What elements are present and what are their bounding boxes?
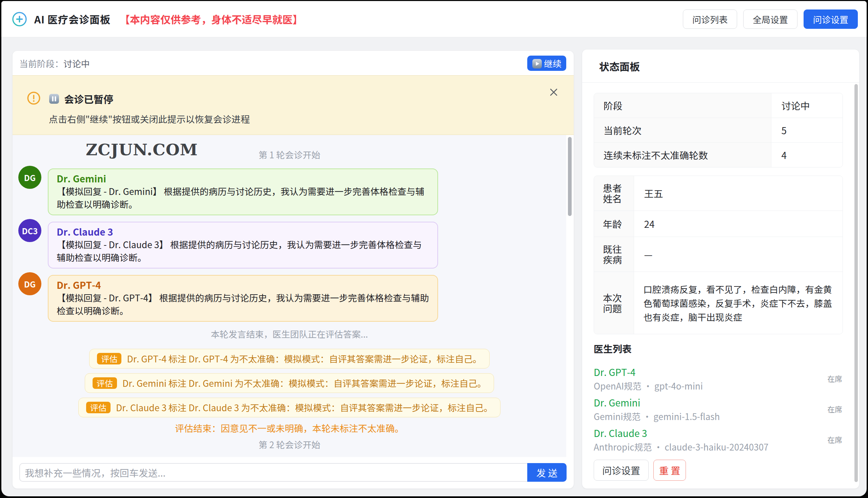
table-row: 患者姓名 王五 [594, 176, 843, 211]
doctor-info: Dr. Gemini Gemini规范 · gemini-1.5-flash [594, 396, 720, 422]
chat-scrollbar-track [566, 135, 574, 457]
stage-label: 当前阶段： [19, 57, 63, 69]
doctor-item-gpt-4: Dr. GPT-4 OpenAI规范 · gpt-4o-mini 在席 [594, 365, 843, 391]
consult-settings-sidebar-button[interactable]: 问诊设置 [594, 460, 649, 481]
row-value: — [634, 237, 843, 272]
pause-banner-title-row: 会诊已暂停 [49, 92, 250, 106]
message-text: 【模拟回复 - Dr. Claude 3】 根据提供的病历与讨论历史，我认为需要… [57, 238, 429, 264]
avatar: DC3 [18, 219, 41, 242]
doctors-list-title: 医生列表 [594, 342, 843, 355]
chat-scroll-area[interactable]: ZCJUN.COM 第 1 轮会诊开始 DG Dr. Gemini 【模拟回复 … [13, 135, 566, 457]
consult-list-button[interactable]: 问诊列表 [683, 10, 737, 29]
round-status-text: 本轮发言结束，医生团队正在评估答案... [13, 329, 566, 339]
sidebar-actions: 问诊设置 重 置 [594, 460, 843, 481]
message-author: Dr. Claude 3 [57, 226, 429, 237]
row-label: 患者姓名 [594, 176, 634, 211]
pause-banner-title: 会诊已暂停 [64, 92, 113, 106]
table-row: 年龄 24 [594, 211, 843, 237]
avatar: DG [18, 166, 41, 189]
app-header: AI 医疗会诊面板 【本内容仅供参考，身体不适尽早就医】 问诊列表 全局设置 问… [1, 1, 867, 37]
status-table: 阶段 讨论中 当前轮次 5 连续未标注不太准确轮数 4 [594, 93, 843, 168]
watermark: ZCJUN.COM [86, 140, 198, 159]
chat-scrollbar-thumb[interactable] [568, 137, 572, 216]
disclaimer-text: 【本内容仅供参考，身体不适尽早就医】 [120, 12, 303, 26]
status-sidebar: 状态面板 阶段 讨论中 当前轮次 5 连续未标注不太准确轮数 [582, 50, 859, 488]
evaluation-badge: 评估 [86, 402, 110, 413]
doctor-name: Dr. Claude 3 [594, 427, 769, 440]
evaluation-text: Dr. Gemini 标注 Dr. Gemini 为不太准确：模拟模式：自评其答… [122, 377, 486, 389]
pause-banner-body: 会诊已暂停 点击右侧"继续"按钮或关闭此提示以恢复会诊进程 [49, 92, 250, 126]
doctor-presence-badge: 在席 [827, 373, 842, 384]
header-actions: 问诊列表 全局设置 问诊设置 [683, 10, 858, 29]
doctor-info: Dr. GPT-4 OpenAI规范 · gpt-4o-mini [594, 365, 703, 391]
doctor-presence-badge: 在席 [827, 434, 842, 445]
doctor-spec: Gemini规范 · gemini-1.5-flash [594, 411, 720, 422]
message-dr-claude-3: DC3 Dr. Claude 3 【模拟回复 - Dr. Claude 3】 根… [13, 222, 566, 268]
row-label: 连续未标注不太准确轮数 [594, 143, 771, 168]
table-row: 当前轮次 5 [594, 118, 843, 143]
doctor-item-gemini: Dr. Gemini Gemini规范 · gemini-1.5-flash 在… [594, 396, 843, 422]
doctor-name: Dr. Gemini [594, 396, 720, 409]
evaluation-badge: 评估 [97, 353, 121, 364]
sidebar-scroll-area[interactable]: 阶段 讨论中 当前轮次 5 连续未标注不太准确轮数 4 [582, 83, 859, 488]
global-settings-button[interactable]: 全局设置 [743, 10, 798, 29]
close-banner-icon[interactable] [548, 87, 560, 98]
pause-banner: 会诊已暂停 点击右侧"继续"按钮或关闭此提示以恢复会诊进程 [13, 75, 574, 135]
message-bubble: Dr. GPT-4 【模拟回复 - Dr. GPT-4】 根据提供的病历与讨论历… [48, 275, 438, 322]
pause-icon [49, 94, 59, 104]
doctor-item-claude-3: Dr. Claude 3 Anthropic规范 · claude-3-haik… [594, 427, 843, 452]
doctor-info: Dr. Claude 3 Anthropic规范 · claude-3-haik… [594, 427, 769, 452]
row-label: 当前轮次 [594, 118, 771, 143]
reset-button[interactable]: 重 置 [653, 460, 686, 481]
consult-panel: 当前阶段： 讨论中 [13, 51, 574, 488]
message-bubble: Dr. Claude 3 【模拟回复 - Dr. Claude 3】 根据提供的… [48, 222, 438, 268]
consult-settings-button[interactable]: 问诊设置 [804, 10, 858, 29]
table-row: 连续未标注不太准确轮数 4 [594, 143, 843, 168]
table-row: 本次问题 口腔溃疡反复，看不见了，检查白内障，有金黄色葡萄球菌感染，反复手术，炎… [594, 272, 843, 334]
main-layout: 当前阶段： 讨论中 [13, 50, 859, 488]
app-surface: AI 医疗会诊面板 【本内容仅供参考，身体不适尽早就医】 问诊列表 全局设置 问… [1, 1, 867, 496]
row-label: 阶段 [594, 93, 771, 118]
doctor-name: Dr. GPT-4 [594, 365, 703, 378]
message-author: Dr. Gemini [57, 172, 429, 184]
message-dr-gemini: DG Dr. Gemini 【模拟回复 - Dr. Gemini】 根据提供的病… [13, 169, 566, 215]
continue-button[interactable]: 继续 [527, 56, 566, 71]
row-value: 5 [771, 118, 843, 143]
evaluation-summary: 评估结束：因意见不一或未明确，本轮未标注不太准确。 [13, 423, 566, 433]
row-value: 讨论中 [771, 93, 843, 118]
continue-button-label: 继续 [544, 57, 562, 69]
table-row: 既往疾病 — [594, 237, 843, 272]
evaluation-text: Dr. Claude 3 标注 Dr. Claude 3 为不太准确：模拟模式：… [116, 402, 493, 414]
composer: 发 送 [13, 457, 574, 488]
stage-bar: 当前阶段： 讨论中 [13, 51, 574, 75]
message-author: Dr. GPT-4 [57, 279, 429, 290]
patient-table: 患者姓名 王五 年龄 24 既往疾病 — 本次问题 [594, 175, 843, 334]
message-input[interactable] [19, 463, 527, 482]
pause-banner-description: 点击右侧"继续"按钮或关闭此提示以恢复会诊进程 [49, 112, 250, 126]
warning-circle-icon [27, 92, 40, 105]
evaluation-text: Dr. GPT-4 标注 Dr. GPT-4 为不太准确：模拟模式：自评其答案需… [127, 353, 482, 365]
row-value: 口腔溃疡反复，看不见了，检查白内障，有金黄色葡萄球菌感染，反复手术，炎症下不去，… [634, 272, 843, 334]
message-bubble: Dr. Gemini 【模拟回复 - Dr. Gemini】 根据提供的病历与讨… [48, 169, 438, 215]
row-value: 24 [634, 211, 843, 237]
evaluation-row: 评估 Dr. Gemini 标注 Dr. Gemini 为不太准确：模拟模式：自… [13, 373, 566, 393]
stage-value: 讨论中 [63, 57, 90, 69]
sidebar-scrollbar-thumb[interactable] [854, 84, 858, 482]
doctor-spec: OpenAI规范 · gpt-4o-mini [594, 380, 703, 391]
message-dr-gpt-4: DG Dr. GPT-4 【模拟回复 - Dr. GPT-4】 根据提供的病历与… [13, 275, 566, 322]
plus-circle-logo-icon [12, 12, 27, 27]
play-icon [532, 58, 541, 67]
send-button[interactable]: 发 送 [527, 463, 567, 482]
evaluation-row: 评估 Dr. Claude 3 标注 Dr. Claude 3 为不太准确：模拟… [13, 398, 566, 417]
doctor-spec: Anthropic规范 · claude-3-haiku-20240307 [594, 441, 769, 452]
evaluation-bubble: 评估 Dr. Gemini 标注 Dr. Gemini 为不太准确：模拟模式：自… [85, 373, 494, 393]
doctor-presence-badge: 在席 [827, 403, 842, 414]
page-title: AI 医疗会诊面板 [34, 12, 110, 26]
avatar: DG [18, 272, 41, 295]
row-value: 王五 [634, 176, 843, 211]
evaluation-badge: 评估 [93, 377, 117, 389]
evaluation-bubble: 评估 Dr. Claude 3 标注 Dr. Claude 3 为不太准确：模拟… [78, 398, 500, 417]
round2-divider: 第 2 轮会诊开始 [13, 440, 566, 449]
sidebar-title: 状态面板 [582, 50, 859, 83]
evaluation-bubble: 评估 Dr. GPT-4 标注 Dr. GPT-4 为不太准确：模拟模式：自评其… [89, 349, 489, 368]
